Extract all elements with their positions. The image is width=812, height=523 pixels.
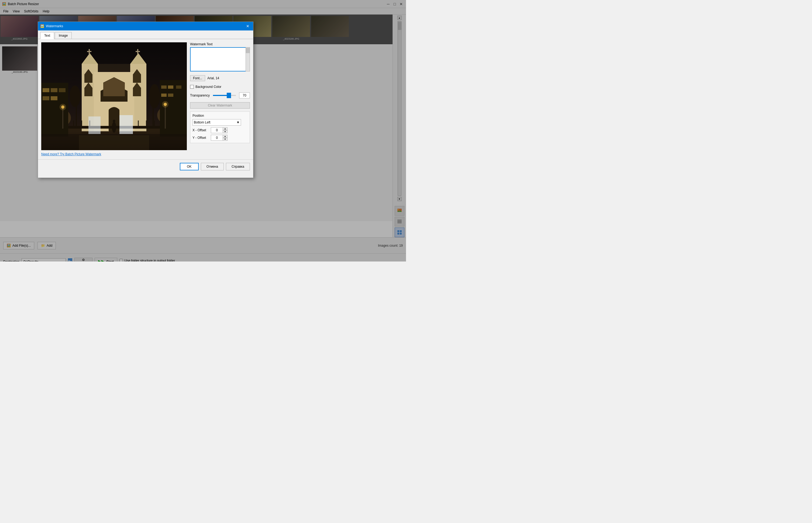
text-input-container [190,47,250,71]
transparency-row: Transparency 70 [190,92,250,98]
slider-thumb[interactable] [227,93,231,98]
position-select[interactable]: Bottom Left ▼ [193,119,241,126]
svg-point-56 [59,104,66,110]
svg-rect-41 [136,51,140,52]
svg-rect-22 [168,86,173,89]
clear-section: Clear Watermark [190,101,250,109]
dialog-tabs: Text Image [38,31,253,39]
y-offset-label: Y - Offset [193,136,209,140]
dialog-title-left: 🖼️ Watermarks [40,24,63,28]
svg-rect-65 [79,135,149,150]
x-offset-up-btn[interactable]: ▲ [223,127,228,130]
y-offset-spinner: ▲ ▼ [211,135,228,141]
y-spinner-buttons: ▲ ▼ [223,135,228,141]
svg-rect-16 [51,88,57,92]
x-offset-label: X - Offset [193,128,209,132]
dialog-buttons: OK Отмена Справка [38,159,253,174]
svg-point-59 [162,101,168,108]
font-button[interactable]: Font... [190,75,205,81]
help-button[interactable]: Справка [226,163,250,170]
y-offset-input[interactable] [211,135,223,141]
transparency-label: Transparency [190,93,210,97]
svg-rect-61 [88,116,101,134]
watermark-text-section: Watermark Text [190,42,250,71]
svg-rect-18 [42,96,49,100]
svg-point-62 [112,122,116,133]
svg-rect-17 [59,88,66,92]
dialog-title-icon: 🖼️ [40,24,44,28]
transparency-slider-track [213,95,236,96]
preview-panel: Need more? Try Batch Picture Watermark [41,42,187,156]
church-svg [41,42,187,150]
dialog-title-text: Watermarks [46,24,63,28]
svg-rect-25 [168,93,173,97]
tab-image[interactable]: Image [55,32,72,39]
dialog-overlay: 🖼️ Watermarks ✕ Text Image [0,0,406,262]
svg-rect-24 [161,93,167,97]
svg-rect-19 [51,96,57,100]
cancel-button[interactable]: Отмена [201,163,224,170]
svg-point-51 [70,86,80,107]
position-value: Bottom Left [194,121,210,124]
y-offset-down-btn[interactable]: ▼ [223,138,228,141]
dropdown-arrow-icon: ▼ [236,121,240,124]
right-panel: Watermark Text Font... Arial, 14 [190,42,250,156]
watermark-text-input[interactable] [190,47,250,71]
bg-color-checkbox[interactable] [190,85,194,89]
font-row: Font... Arial, 14 [190,75,250,81]
svg-rect-57 [165,104,166,129]
y-offset-row: Y - Offset ▲ ▼ [193,135,248,141]
ok-button[interactable]: OK [180,163,199,170]
svg-rect-23 [176,86,181,89]
x-spinner-buttons: ▲ ▼ [223,127,228,133]
svg-point-63 [113,120,115,122]
y-offset-up-btn[interactable]: ▲ [223,135,228,138]
bg-color-label: Background Color [196,85,221,89]
x-offset-input[interactable] [211,127,223,133]
font-value: Arial, 14 [207,76,219,80]
bg-color-row: Background Color [190,85,250,89]
x-offset-down-btn[interactable]: ▼ [223,130,228,133]
watermark-text-wrapper [190,47,250,71]
transparency-value: 70 [239,92,250,98]
preview-image [41,42,187,150]
transparency-section: Transparency 70 [190,91,250,98]
dialog-content: Need more? Try Batch Picture Watermark W… [38,39,253,159]
svg-point-53 [149,84,160,108]
position-section: Position Bottom Left ▼ X - Offset ▲ ▼ [190,111,250,143]
svg-rect-15 [42,88,49,92]
tab-text[interactable]: Text [40,32,54,39]
dialog-title-bar: 🖼️ Watermarks ✕ [38,22,253,31]
x-offset-spinner: ▲ ▼ [211,127,228,133]
watermark-text-label: Watermark Text [190,42,250,46]
svg-rect-60 [120,115,133,134]
text-scroll-thumb[interactable] [246,48,250,53]
watermarks-dialog: 🖼️ Watermarks ✕ Text Image [38,22,253,178]
promo-link[interactable]: Need more? Try Batch Picture Watermark [41,152,187,156]
clear-watermark-button[interactable]: Clear Watermark [190,102,250,109]
svg-rect-39 [87,51,91,52]
svg-rect-21 [161,86,167,89]
x-offset-row: X - Offset ▲ ▼ [193,127,248,133]
dialog-close-button[interactable]: ✕ [245,23,251,29]
position-label: Position [193,114,248,118]
text-scrollbar [246,47,250,71]
